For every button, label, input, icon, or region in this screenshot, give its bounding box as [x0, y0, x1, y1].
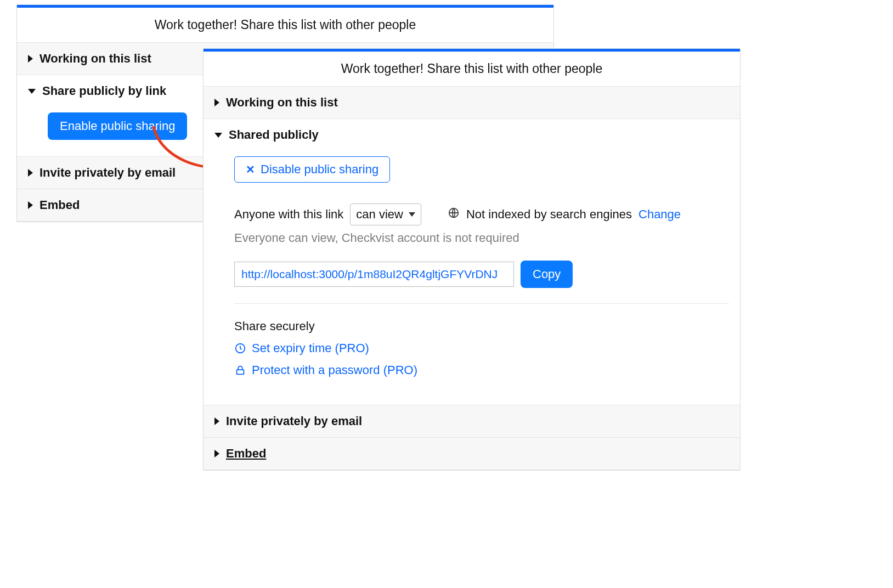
section-invite[interactable]: Invite privately by email: [204, 405, 740, 437]
globe-icon: [448, 207, 460, 222]
share-dialog-after: Work together! Share this list with othe…: [203, 48, 741, 471]
section-shared-publicly-header[interactable]: Shared publicly: [204, 119, 740, 151]
close-icon: ✕: [246, 163, 255, 176]
anyone-with-link-text: Anyone with this link: [234, 207, 343, 222]
section-invite-label: Invite privately by email: [39, 166, 176, 180]
caret-down-icon: [28, 89, 36, 94]
section-embed[interactable]: Embed: [204, 437, 740, 470]
caret-right-icon: [214, 417, 219, 425]
caret-right-icon: [214, 450, 219, 457]
protect-password-label: Protect with a password (PRO): [252, 363, 417, 377]
share-securely-heading: Share securely: [234, 319, 729, 333]
permission-select[interactable]: can view: [350, 203, 421, 225]
permission-help-text: Everyone can view, Checkvist account is …: [234, 231, 729, 245]
caret-right-icon: [28, 169, 33, 177]
caret-right-icon: [28, 201, 33, 209]
index-status-text: Not indexed by search engines: [466, 207, 632, 222]
svg-rect-2: [237, 370, 244, 374]
section-shared-publicly: Shared publicly ✕ Disable public sharing…: [204, 118, 740, 405]
section-working-label: Working on this list: [39, 52, 151, 66]
set-expiry-label: Set expiry time (PRO): [252, 341, 369, 355]
section-working-label: Working on this list: [226, 95, 338, 110]
disable-public-sharing-button[interactable]: ✕ Disable public sharing: [234, 156, 390, 183]
share-url-input[interactable]: [234, 262, 514, 287]
section-working[interactable]: Working on this list: [204, 86, 740, 118]
permission-row: Anyone with this link can view Not index…: [234, 203, 729, 225]
section-invite-label: Invite privately by email: [226, 414, 362, 428]
section-embed-label: Embed: [226, 446, 266, 461]
permission-selected: can view: [356, 207, 403, 222]
copy-button[interactable]: Copy: [521, 261, 573, 288]
caret-down-icon: [214, 133, 222, 138]
dialog-title: Work together! Share this list with othe…: [204, 52, 740, 86]
section-embed-label: Embed: [39, 198, 80, 212]
enable-public-sharing-button[interactable]: Enable public sharing: [48, 112, 187, 140]
set-expiry-link[interactable]: Set expiry time (PRO): [234, 341, 729, 355]
disable-button-label: Disable public sharing: [261, 162, 378, 177]
dialog-title: Work together! Share this list with othe…: [17, 8, 553, 42]
section-shared-publicly-label: Shared publicly: [229, 128, 319, 142]
caret-right-icon: [214, 99, 219, 106]
clock-icon: [234, 342, 246, 354]
caret-right-icon: [28, 55, 33, 63]
section-shared-publicly-body: ✕ Disable public sharing Anyone with thi…: [204, 151, 740, 405]
share-url-row: Copy: [234, 261, 729, 288]
lock-icon: [234, 364, 246, 376]
protect-password-link[interactable]: Protect with a password (PRO): [234, 363, 729, 377]
section-share-public-label: Share publicly by link: [42, 84, 166, 98]
chevron-down-icon: [409, 212, 415, 217]
change-index-link[interactable]: Change: [638, 207, 681, 222]
divider: [234, 303, 729, 304]
